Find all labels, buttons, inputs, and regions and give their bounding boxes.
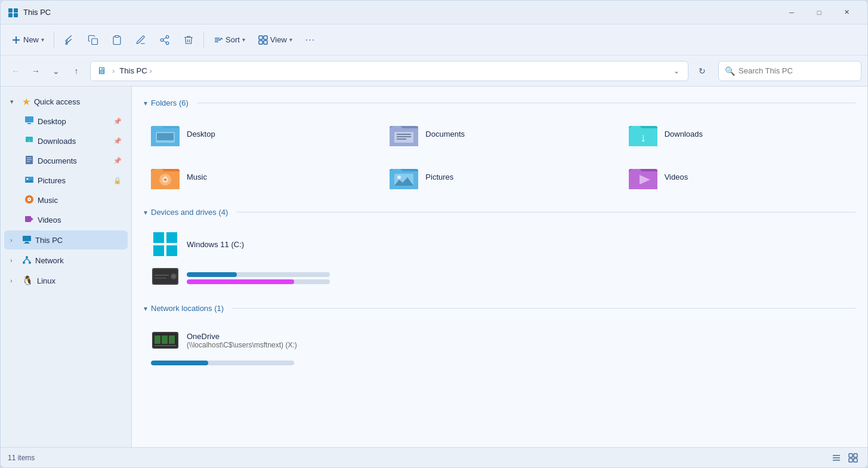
address-path[interactable]: 🖥 › This PC › ⌄ <box>90 61 688 81</box>
minimize-button[interactable]: ─ <box>778 3 805 22</box>
sidebar-item-quick-access[interactable]: ▾ ★ Quick access <box>4 92 128 111</box>
network-section-header: ▾ Network locations (1) <box>144 304 855 313</box>
drive-c[interactable]: Windows 11 (C:) <box>144 224 855 297</box>
svg-rect-29 <box>27 159 32 160</box>
folder-videos[interactable]: Videos <box>622 158 855 196</box>
sidebar-item-videos[interactable]: Videos <box>18 210 128 229</box>
svg-rect-10 <box>115 35 119 37</box>
back-button[interactable]: ← <box>7 62 24 80</box>
svg-rect-9 <box>92 38 98 44</box>
sidebar-item-linux[interactable]: › 🐧 Linux <box>4 271 128 290</box>
svg-rect-3 <box>14 13 18 17</box>
forward-button[interactable]: → <box>27 62 45 80</box>
sidebar-item-desktop[interactable]: Desktop 📌 <box>18 112 128 131</box>
svg-text:♫: ♫ <box>163 174 167 180</box>
separator-2 <box>203 32 204 48</box>
svg-point-35 <box>29 199 30 200</box>
paste-icon <box>112 35 122 45</box>
onedrive-header: OneDrive (\\localhost\C$\users\msftnext)… <box>151 326 848 355</box>
svg-rect-28 <box>27 158 32 158</box>
pin-icon-docs: 📌 <box>113 157 122 165</box>
svg-rect-77 <box>155 278 166 279</box>
desktop-icon <box>24 116 34 127</box>
folder-pictures[interactable]: Pictures <box>382 158 616 196</box>
path-thispc: This PC <box>119 66 147 75</box>
svg-point-41 <box>26 256 28 258</box>
svg-rect-81 <box>162 335 168 344</box>
folder-desktop[interactable]: Desktop <box>144 115 378 153</box>
list-view-button[interactable] <box>829 451 844 465</box>
folders-toggle[interactable]: ▾ <box>144 99 147 107</box>
sidebar-item-documents[interactable]: Documents 📌 <box>18 151 128 170</box>
folder-documents[interactable]: Documents <box>382 115 616 153</box>
svg-rect-21 <box>259 41 262 44</box>
svg-rect-30 <box>27 161 30 162</box>
network-location-onedrive[interactable]: OneDrive (\\localhost\C$\users\msftnext)… <box>144 320 855 371</box>
sidebar: ▾ ★ Quick access Desktop 📌 ↓ <box>1 87 132 447</box>
more-button[interactable]: ··· <box>299 29 321 51</box>
linux-icon: 🐧 <box>22 275 33 286</box>
new-button[interactable]: New ▾ <box>5 29 50 51</box>
sidebar-item-this-pc[interactable]: › This PC <box>4 230 128 250</box>
sidebar-item-pictures[interactable]: Pictures 🔒 <box>18 171 128 190</box>
svg-point-11 <box>166 35 169 38</box>
main-area: ▾ ★ Quick access Desktop 📌 ↓ <box>1 87 867 447</box>
svg-line-44 <box>24 258 27 261</box>
svg-rect-76 <box>155 275 169 276</box>
delete-button[interactable] <box>177 29 200 51</box>
search-input[interactable] <box>739 66 855 75</box>
pin-icon: 📌 <box>113 118 122 125</box>
onedrive-info: OneDrive (\\localhost\C$\users\msftnext)… <box>187 332 848 349</box>
sidebar-item-network[interactable]: › Network <box>4 251 128 270</box>
toolbar: New ▾ Sort ▾ View ▾ <box>1 24 867 56</box>
grid-view-button[interactable] <box>846 451 860 465</box>
expand-icon-pc: › <box>10 236 18 244</box>
network-divider <box>232 308 855 309</box>
expand-icon: ▾ <box>10 98 18 106</box>
svg-rect-90 <box>854 458 857 462</box>
status-bar: 11 items <box>1 447 867 467</box>
svg-point-64 <box>397 176 401 179</box>
folder-downloads-icon: ↓ <box>629 119 657 148</box>
sidebar-item-downloads[interactable]: ↓ Downloads 📌 <box>18 131 128 150</box>
pc-icon: 🖥 <box>97 66 106 76</box>
up-button[interactable]: ↑ <box>67 62 85 80</box>
devices-toggle[interactable]: ▾ <box>144 208 147 217</box>
close-button[interactable]: ✕ <box>833 3 860 22</box>
network-toggle[interactable]: ▾ <box>144 304 147 313</box>
maximize-button[interactable]: □ <box>805 3 833 22</box>
paste-button[interactable] <box>106 29 128 51</box>
cut-icon <box>64 35 75 45</box>
svg-rect-1 <box>14 8 18 13</box>
window-controls: ─ □ ✕ <box>778 3 860 22</box>
svg-point-43 <box>29 261 31 264</box>
folder-music-icon: ♫ <box>151 162 180 191</box>
separator-1 <box>54 32 54 48</box>
this-pc-icon <box>22 235 32 246</box>
address-dropdown[interactable]: ⌄ <box>671 67 682 75</box>
copy-button[interactable] <box>82 29 104 51</box>
drive-c-progress-bar-pink <box>187 279 330 284</box>
refresh-button[interactable]: ↻ <box>693 62 711 80</box>
title-bar: This PC ─ □ ✕ <box>1 1 867 24</box>
share-button[interactable] <box>153 29 176 51</box>
svg-text:↓: ↓ <box>28 138 30 142</box>
sort-button[interactable]: Sort ▾ <box>208 29 251 51</box>
app-icon <box>8 7 18 18</box>
folder-downloads[interactable]: ↓ Downloads <box>622 115 855 153</box>
trash-icon <box>183 35 194 45</box>
recent-button[interactable]: ⌄ <box>47 62 65 80</box>
svg-point-42 <box>23 261 25 264</box>
expand-icon-net: › <box>10 257 18 264</box>
search-box[interactable]: 🔍 <box>718 61 861 81</box>
view-button[interactable]: View ▾ <box>252 29 298 51</box>
rename-button[interactable] <box>129 29 152 51</box>
cut-button[interactable] <box>58 29 81 51</box>
sidebar-item-music[interactable]: Music <box>18 190 128 210</box>
svg-rect-38 <box>23 236 31 241</box>
window-title: This PC <box>23 8 778 17</box>
folder-music[interactable]: ♫ Music <box>144 158 378 196</box>
svg-point-12 <box>160 38 163 41</box>
svg-line-45 <box>27 258 30 261</box>
svg-rect-36 <box>25 216 31 222</box>
